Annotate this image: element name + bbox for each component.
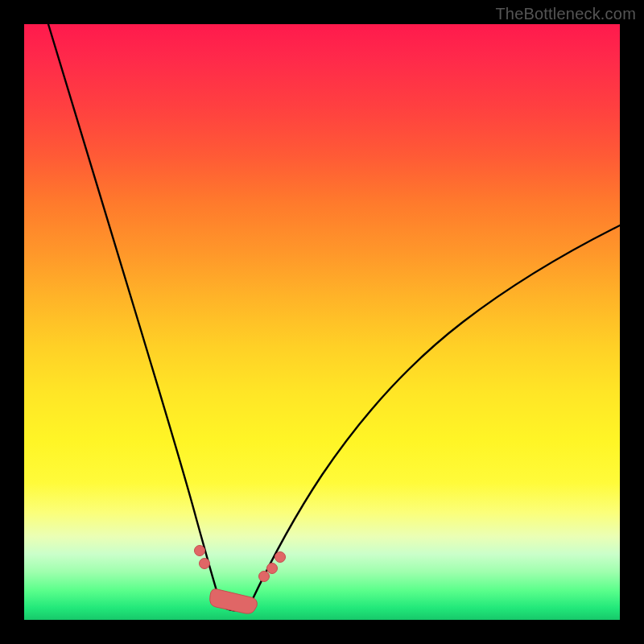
marker-dot (275, 552, 286, 563)
plot-area (24, 24, 620, 620)
marker-bar (210, 589, 258, 614)
marker-dot (267, 564, 278, 574)
curve-left-branch (48, 24, 221, 604)
marker-dot (259, 572, 270, 582)
watermark-text: TheBottleneck.com (495, 5, 636, 23)
marker-dot (195, 546, 205, 556)
chart-svg (24, 24, 620, 620)
marker-dot (200, 559, 210, 569)
curve-right-branch (250, 225, 620, 604)
chart-frame: TheBottleneck.com (0, 0, 644, 644)
